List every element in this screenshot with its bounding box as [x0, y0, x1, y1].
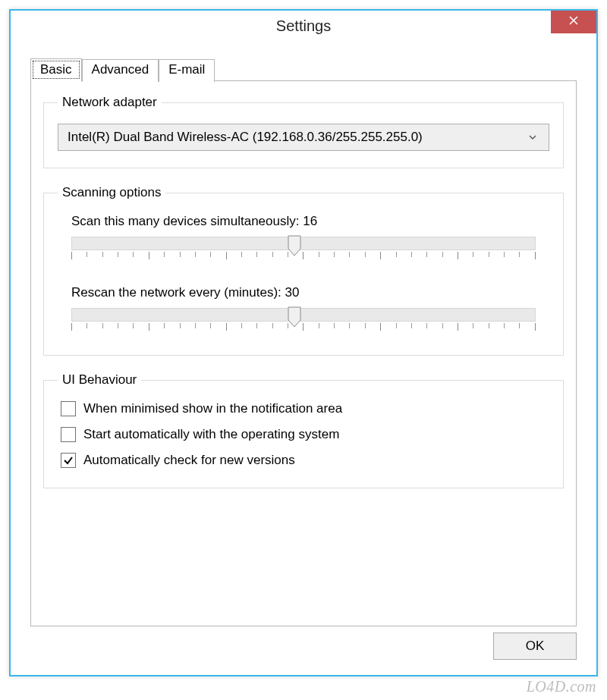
group-scanning-options: Scanning options Scan this many devices …	[43, 185, 564, 356]
checkbox-autostart[interactable]: Start automatically with the operating s…	[61, 427, 549, 442]
tabstrip: Basic Advanced E-mail	[30, 58, 577, 80]
titlebar: Settings	[11, 11, 596, 41]
tab-advanced[interactable]: Advanced	[82, 59, 159, 82]
simultaneous-value: 16	[303, 214, 317, 228]
tab-advanced-label: Advanced	[92, 62, 149, 77]
network-adapter-dropdown[interactable]: Intel(R) Dual Band Wireless-AC (192.168.…	[58, 124, 549, 151]
tab-basic-label: Basic	[40, 62, 72, 77]
slider-track	[71, 308, 536, 322]
rescan-value: 30	[285, 285, 300, 300]
tab-email[interactable]: E-mail	[159, 59, 215, 82]
slider-block-rescan: Rescan the network every (minutes): 30	[58, 285, 549, 334]
slider-ticks	[71, 252, 536, 259]
checkbox-update-box	[61, 453, 76, 468]
slider-ticks	[71, 323, 536, 331]
rescan-label-row: Rescan the network every (minutes): 30	[58, 285, 549, 300]
network-adapter-selected: Intel(R) Dual Band Wireless-AC (192.168.…	[68, 130, 526, 145]
slider-track	[71, 237, 536, 250]
rescan-slider[interactable]	[71, 305, 536, 334]
close-icon	[568, 14, 579, 30]
checkbox-tray-box	[61, 401, 76, 416]
checkbox-tray[interactable]: When minimised show in the notification …	[61, 401, 549, 416]
window-title: Settings	[276, 17, 331, 35]
ok-button-label: OK	[526, 639, 545, 654]
tab-email-label: E-mail	[168, 62, 205, 77]
group-ui-behaviour: UI Behaviour When minimised show in the …	[43, 372, 564, 488]
settings-window: Settings Basic Advanced E-mail Network a…	[9, 9, 598, 676]
tab-basic[interactable]: Basic	[30, 58, 82, 81]
tabpanel-basic: Network adapter Intel(R) Dual Band Wirel…	[30, 80, 577, 626]
group-network-adapter-legend: Network adapter	[58, 95, 162, 110]
checkbox-tray-label: When minimised show in the notification …	[83, 401, 342, 416]
slider-block-simultaneous: Scan this many devices simultaneously: 1…	[58, 214, 549, 262]
simultaneous-label: Scan this many devices simultaneously:	[71, 214, 299, 228]
close-button[interactable]	[551, 11, 596, 33]
checkbox-update[interactable]: Automatically check for new versions	[61, 453, 549, 468]
slider-thumb[interactable]	[288, 235, 301, 256]
chevron-down-icon	[526, 133, 539, 142]
dialog-footer: OK	[493, 633, 577, 660]
simultaneous-label-row: Scan this many devices simultaneously: 1…	[58, 214, 549, 229]
slider-thumb[interactable]	[288, 306, 301, 328]
simultaneous-slider[interactable]	[71, 234, 536, 262]
checkbox-autostart-label: Start automatically with the operating s…	[83, 427, 339, 442]
group-ui-legend: UI Behaviour	[58, 372, 141, 388]
watermark: LO4D.com	[527, 678, 596, 695]
ok-button[interactable]: OK	[493, 633, 577, 660]
rescan-label: Rescan the network every (minutes):	[71, 285, 281, 300]
client-area: Basic Advanced E-mail Network adapter In…	[11, 41, 596, 640]
checkbox-update-label: Automatically check for new versions	[83, 453, 295, 468]
group-scanning-legend: Scanning options	[58, 185, 165, 200]
group-network-adapter: Network adapter Intel(R) Dual Band Wirel…	[43, 95, 564, 168]
checkbox-autostart-box	[61, 427, 76, 442]
